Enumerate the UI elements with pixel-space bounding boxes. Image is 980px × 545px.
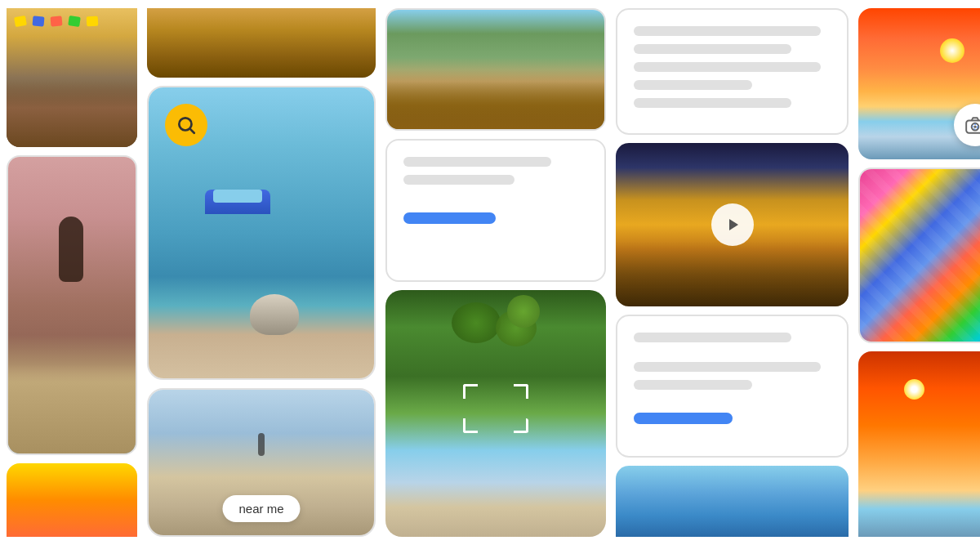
col2-sea-search-card[interactable] <box>147 86 376 380</box>
col1-photo3 <box>7 463 137 537</box>
col4-text-top <box>616 8 849 135</box>
column-5 <box>858 8 980 537</box>
col5-textiles <box>858 168 980 343</box>
col4-video-card[interactable] <box>616 143 849 306</box>
lens-scan-overlay <box>463 384 528 433</box>
search-icon <box>176 114 197 136</box>
blue-button-line-2[interactable] <box>634 413 733 424</box>
column-1 <box>7 8 137 537</box>
col3-village-card <box>385 8 606 131</box>
near-me-chip[interactable]: near me <box>222 495 300 522</box>
text-line-g <box>634 362 821 372</box>
text-line-2 <box>403 175 514 185</box>
blue-button-line[interactable] <box>403 212 496 224</box>
column-4 <box>616 8 849 537</box>
search-lens-badge[interactable] <box>165 104 207 146</box>
text-line-h <box>634 380 752 390</box>
column-2: near me <box>147 8 376 537</box>
svg-line-1 <box>190 129 194 133</box>
col4-bottom-partial <box>616 466 849 537</box>
svg-point-5 <box>973 126 976 128</box>
column-3 <box>385 8 606 537</box>
col3-lens-card[interactable] <box>385 290 606 537</box>
svg-marker-2 <box>729 219 738 230</box>
col2-paddle-near-me[interactable]: near me <box>147 388 376 537</box>
text-line-a <box>634 26 821 36</box>
text-line-e <box>634 98 791 108</box>
text-line-b <box>634 44 791 54</box>
col3-text-card <box>385 139 606 282</box>
col5-sunset2 <box>858 351 980 537</box>
col1-photo1 <box>7 8 137 147</box>
col1-photo2 <box>7 155 137 455</box>
text-line-d <box>634 80 752 90</box>
main-grid: near me <box>0 0 980 545</box>
text-line-f <box>634 333 791 342</box>
text-line-1 <box>403 157 551 167</box>
text-line-c <box>634 62 821 72</box>
col2-trumpet <box>147 8 376 78</box>
col5-sunset-camera[interactable] <box>858 8 980 159</box>
camera-icon <box>964 114 980 136</box>
near-me-label: near me <box>238 502 283 516</box>
play-button[interactable] <box>711 203 754 246</box>
col4-text-mid <box>616 315 849 458</box>
play-icon <box>724 217 741 233</box>
